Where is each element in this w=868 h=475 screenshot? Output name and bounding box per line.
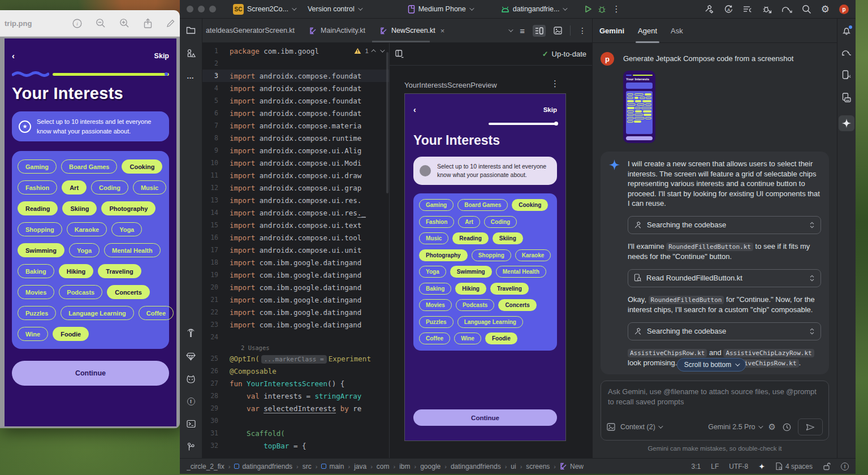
code-editor[interactable]: 1package com.ibm.googl23import androidx.… [202,43,389,458]
context-selector[interactable]: Context (2) [620,423,662,431]
model-selector[interactable]: Gemini 2.5 Pro [708,423,761,431]
interest-chip[interactable]: Music [419,232,448,244]
interest-chip[interactable]: Yoga [419,266,446,278]
tab-list-icon[interactable]: ≡ [520,26,525,36]
share-icon[interactable] [143,18,153,29]
attach-image-icon[interactable] [607,423,615,431]
run-config-selector[interactable]: datingandfrie... [498,5,570,13]
window-controls[interactable] [187,6,216,12]
maximize-window-icon[interactable] [209,6,216,12]
interest-chip[interactable]: Reading [452,232,488,244]
gemini-tool-icon[interactable] [839,115,854,131]
preview-image-icon[interactable] [554,27,562,34]
breadcrumb-item[interactable]: main [321,463,344,470]
close-tab-icon[interactable]: × [441,27,445,35]
file-encoding[interactable]: UTF-8 [729,463,748,470]
apply-changes-icon[interactable]: A [724,5,733,14]
info-icon[interactable]: i [72,19,82,28]
interest-chip[interactable]: Baking [419,283,451,295]
prev-problem-chevron-icon[interactable] [371,49,375,54]
interest-chip[interactable]: Foodie [485,332,517,344]
search-everywhere-icon[interactable] [802,5,811,14]
app-quality-insights-icon[interactable] [186,352,196,361]
breadcrumb-item[interactable]: _circle_2_fix [187,463,224,470]
interest-chip[interactable]: Art [458,216,480,228]
breadcrumb-item[interactable]: java [354,463,366,470]
unlocked-icon[interactable] [823,462,831,470]
interest-chip[interactable]: Wine [454,332,481,344]
gradle-tool-icon[interactable] [841,49,852,57]
caret-position[interactable]: 3:1 [692,463,701,470]
breadcrumb-item[interactable]: datingandfriends [451,463,501,470]
interest-chip[interactable]: Coffee [419,332,450,344]
more-tool-windows-icon[interactable]: … [187,72,195,80]
breadcrumb-item[interactable]: screens [526,463,550,470]
minimize-window-icon[interactable] [198,6,205,12]
tab-dateideasgeneratorscreen[interactable]: ateIdeasGeneratorScreen.kt [202,19,302,42]
debug-button[interactable] [598,5,606,14]
gemini-prompt-input[interactable]: Ask Gemini, use @filename to attach sour… [601,381,829,441]
interest-chip[interactable]: Movies [419,299,452,311]
scroll-to-bottom-button[interactable]: Scroll to bottom [677,358,746,372]
tab-mainactivity[interactable]: MainActivity.kt [302,19,373,42]
interest-chip[interactable]: Gaming [419,199,454,211]
breadcrumb-item[interactable]: New [560,463,584,470]
inspection-status-icon[interactable]: ! [841,463,849,470]
indent-style[interactable]: 4 spaces [775,462,813,470]
interest-chip[interactable]: Puzzles [419,316,454,328]
interest-chip[interactable]: Shopping [472,249,511,261]
interest-chip[interactable]: Photography [419,249,468,261]
resource-manager-icon[interactable] [187,49,196,58]
interest-chip[interactable]: Karaoke [515,249,551,261]
device-selector[interactable]: Medium Phone [404,5,476,14]
tool-call-row[interactable]: Searching the codebase [628,322,821,340]
breadcrumb-item[interactable]: src [303,463,312,470]
interest-chip[interactable]: Fashion [419,216,454,228]
continue-button[interactable]: Continue [413,409,557,426]
settings-gear-icon[interactable]: ⚙ [821,3,830,15]
running-devices-icon[interactable] [842,70,851,80]
version-control-tool-icon[interactable] [187,442,195,451]
split-editor-icon[interactable] [533,25,546,37]
profile-avatar[interactable]: p [839,5,849,14]
more-actions-icon[interactable]: ⋮ [612,4,620,14]
interest-chip[interactable]: Podcasts [456,299,494,311]
back-chevron-icon[interactable]: ‹ [413,105,416,114]
build-tool-icon[interactable] [186,329,196,338]
preview-options-icon[interactable]: ⋮ [551,79,559,89]
ai-sparkle-icon[interactable]: ✦ [758,462,765,471]
project-selector[interactable]: SC Screen2Co... [230,4,299,15]
tool-call-row[interactable]: Searching the codebase [628,216,821,234]
interest-chip[interactable]: Mental Health [496,266,546,278]
tab-ask[interactable]: Ask [671,19,683,43]
terminal-tool-icon[interactable] [187,420,196,428]
prompt-settings-gear-icon[interactable]: ⚙ [768,422,776,432]
interest-chip[interactable]: Skiing [493,232,523,244]
interest-chip[interactable]: Language Learning [457,316,523,328]
editor-options-icon[interactable]: ⋮ [578,26,586,35]
build-tools-icon[interactable] [705,5,714,14]
markup-pencil-icon[interactable] [166,19,175,28]
problems-tool-icon[interactable]: ! [187,398,195,405]
history-clock-icon[interactable] [783,423,791,431]
breadcrumb-item[interactable]: google [420,463,441,470]
gradle-sync-icon[interactable] [781,5,792,14]
close-window-icon[interactable] [187,6,193,12]
device-explorer-icon[interactable] [842,93,851,102]
project-tool-icon[interactable] [186,26,196,34]
zoom-in-icon[interactable] [119,18,129,28]
tab-agent[interactable]: Agent [638,19,657,43]
preview-layout-icon[interactable] [395,50,404,58]
logcat-filter-icon[interactable] [743,5,753,14]
interest-chip[interactable]: Hiking [455,283,486,295]
breadcrumb-item[interactable]: ui [511,463,516,470]
inspection-widget[interactable]: 1 [353,48,385,54]
interest-chip[interactable]: Coding [484,216,517,228]
hidden-tabs-chevron-icon[interactable] [508,27,513,32]
interest-chip[interactable]: Cooking [512,199,548,211]
usages-hint[interactable]: 2 Usages [202,343,389,352]
next-problem-chevron-icon[interactable] [380,48,385,52]
interest-chip[interactable]: Swimming [450,266,492,278]
run-button[interactable] [584,5,592,13]
screenshot-thumbnail[interactable]: Your Interests [623,71,655,143]
